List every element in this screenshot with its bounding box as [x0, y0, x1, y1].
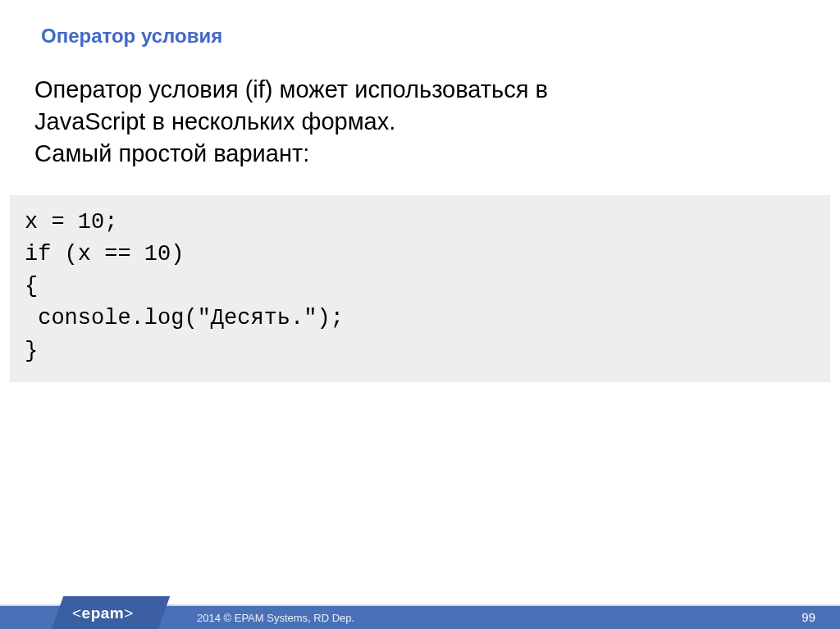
body-line: JavaScript в нескольких формах.: [34, 106, 548, 138]
slide: Оператор условия Оператор условия (if) м…: [0, 0, 840, 629]
body-line: Оператор условия (if) может использовать…: [34, 74, 548, 106]
footer: <ераm> 2014 © EPAM Systems, RD Dep. 99: [0, 596, 840, 629]
slide-body: Оператор условия (if) может использовать…: [34, 74, 548, 170]
copyright-text: 2014 © EPAM Systems, RD Dep.: [197, 612, 354, 624]
angle-left-icon: <: [72, 604, 82, 622]
page-number: 99: [801, 610, 815, 624]
code-block: x = 10; if (x == 10) { console.log("Деся…: [10, 195, 830, 382]
angle-right-icon: >: [124, 604, 134, 622]
body-line: Самый простой вариант:: [34, 138, 548, 170]
epam-logo: <ераm>: [72, 604, 134, 622]
slide-heading: Оператор условия: [41, 25, 222, 48]
